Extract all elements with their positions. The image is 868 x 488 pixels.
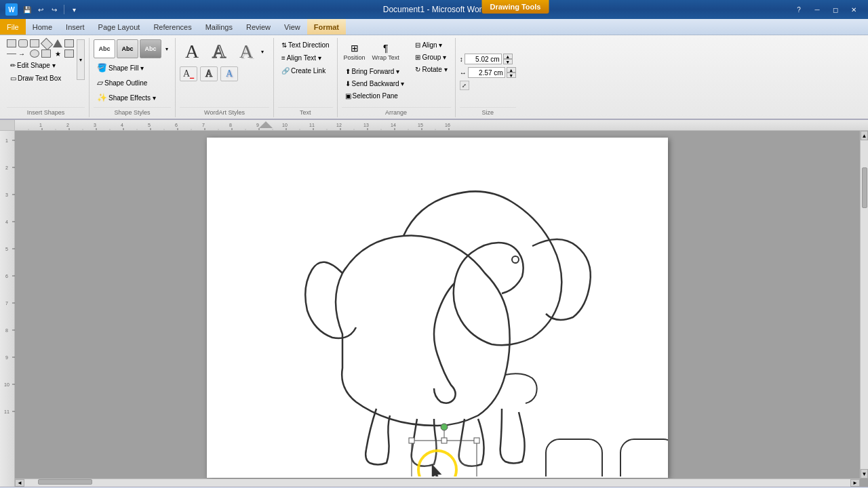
- menu-format[interactable]: Format: [307, 19, 346, 35]
- size-expand-button[interactable]: ⤢: [460, 81, 469, 90]
- width-input[interactable]: [468, 67, 505, 78]
- bring-forward-icon: ⬆: [345, 68, 351, 75]
- shape-fill-button[interactable]: 🪣 Shape Fill ▾: [94, 61, 171, 75]
- wrap-text-button[interactable]: ¶ Wrap Text: [370, 39, 401, 64]
- scroll-down-button[interactable]: ▼: [861, 469, 868, 479]
- svg-text:15: 15: [418, 123, 423, 127]
- svg-text:12: 12: [336, 123, 342, 127]
- shape-arrow[interactable]: →: [18, 49, 28, 58]
- shape-style-2[interactable]: Abc: [117, 39, 138, 58]
- svg-text:10: 10: [282, 123, 288, 127]
- scroll-left-button[interactable]: ◄: [15, 479, 24, 487]
- selection-pane-button[interactable]: ▣ Selection Pane: [342, 90, 408, 102]
- align-text-button[interactable]: ≡ Align Text ▾: [278, 52, 325, 64]
- svg-rect-73: [546, 439, 602, 476]
- svg-text:11: 11: [309, 123, 315, 127]
- shape-outline-button[interactable]: ▱ Shape Outline: [94, 76, 171, 89]
- shape-effects-button[interactable]: ✨ Shape Effects ▾: [94, 91, 171, 104]
- shape-style-3[interactable]: Abc: [140, 39, 161, 58]
- wordart-expand[interactable]: ▾: [261, 39, 269, 64]
- restore-button[interactable]: ◻: [827, 2, 844, 17]
- menu-view[interactable]: View: [277, 19, 307, 35]
- svg-text:1: 1: [39, 123, 42, 127]
- insert-shapes-label: Insert Shapes: [7, 107, 85, 116]
- menu-file[interactable]: File: [0, 19, 26, 35]
- text-outline-button[interactable]: A: [200, 66, 218, 81]
- wordart-style-1[interactable]: A: [180, 41, 204, 62]
- text-fill-button[interactable]: A▁: [180, 66, 197, 81]
- create-link-icon: 🔗: [281, 67, 290, 75]
- svg-text:4: 4: [5, 220, 8, 224]
- scroll-right-button[interactable]: ►: [850, 479, 860, 487]
- scroll-up-button[interactable]: ▲: [861, 131, 868, 140]
- shape-curve[interactable]: [30, 49, 39, 58]
- svg-text:8: 8: [229, 123, 232, 127]
- window-title: Document1 - Microsoft Word: [83, 5, 786, 14]
- document-area: 1 2 3 4 5 6 7 8 9 10 11: [0, 120, 868, 487]
- undo-button[interactable]: ↩: [35, 4, 46, 15]
- draw-text-box-button[interactable]: ▭ Draw Text Box: [7, 73, 75, 84]
- shape-diamond[interactable]: [41, 38, 53, 50]
- customize-button[interactable]: ▾: [68, 4, 79, 15]
- height-input[interactable]: [465, 54, 502, 64]
- wordart-style-3[interactable]: A: [234, 41, 258, 62]
- text-box-icon: ▭: [10, 75, 16, 82]
- arrange-group-label: Arrange: [342, 107, 451, 116]
- menu-review[interactable]: Review: [239, 19, 277, 35]
- height-spin-down[interactable]: ▼: [503, 59, 513, 64]
- size-group: ↕ ▲ ▼ ↔ ▲ ▼ ⤢: [456, 38, 520, 117]
- drawing-canvas[interactable]: [207, 138, 668, 476]
- edit-shape-button[interactable]: ✏ Edit Shape ▾: [7, 60, 75, 71]
- ruler-corner: [0, 120, 15, 131]
- help-button[interactable]: ?: [790, 2, 808, 17]
- scroll-thumb-horizontal[interactable]: [38, 479, 92, 485]
- shape-line[interactable]: [7, 49, 16, 58]
- height-spin-up[interactable]: ▲: [503, 54, 513, 59]
- svg-rect-78: [441, 438, 447, 443]
- rotate-button[interactable]: ↻ Rotate ▾: [412, 64, 450, 75]
- menu-mailings[interactable]: Mailings: [199, 19, 239, 35]
- save-button[interactable]: 💾: [22, 4, 33, 15]
- svg-rect-79: [474, 438, 479, 443]
- horizontal-scrollbar[interactable]: ◄ ►: [15, 479, 860, 487]
- shape-style-1[interactable]: Abc: [94, 39, 115, 58]
- text-direction-button[interactable]: ⇅ Text Direction: [278, 39, 333, 51]
- minimize-button[interactable]: ─: [808, 2, 826, 17]
- size-group-label: Size: [460, 107, 516, 116]
- width-spin-up[interactable]: ▲: [507, 67, 516, 73]
- arrange-group: ⊞ Position ¶ Wrap Text: [338, 38, 456, 117]
- scroll-thumb-vertical[interactable]: [862, 167, 867, 208]
- svg-text:6: 6: [175, 123, 178, 127]
- menu-home[interactable]: Home: [26, 19, 59, 35]
- align-button[interactable]: ⊟ Align ▾: [412, 39, 450, 51]
- vertical-scrollbar[interactable]: ▲ ▼: [860, 131, 868, 479]
- svg-text:14: 14: [391, 123, 396, 127]
- wordart-style-2[interactable]: A: [207, 41, 231, 62]
- menu-page-layout[interactable]: Page Layout: [92, 19, 147, 35]
- shape-more[interactable]: [64, 49, 74, 58]
- shape-rounded[interactable]: [18, 39, 28, 47]
- shape-tri[interactable]: [53, 39, 62, 47]
- width-spin-down[interactable]: ▼: [507, 73, 516, 78]
- shape-star[interactable]: ★: [53, 49, 62, 58]
- text-effects-button[interactable]: A: [220, 66, 238, 81]
- svg-text:16: 16: [445, 123, 450, 127]
- shape-styles-expand[interactable]: ▾: [163, 39, 171, 58]
- shape-connector[interactable]: [41, 49, 51, 58]
- send-backward-button[interactable]: ⬇ Send Backward ▾: [342, 78, 408, 89]
- close-button[interactable]: ✕: [845, 2, 863, 17]
- svg-marker-48: [259, 121, 273, 128]
- group-button[interactable]: ⊞ Group ▾: [412, 52, 450, 63]
- shapes-expand-button[interactable]: ▾: [77, 39, 85, 80]
- shape-para[interactable]: [64, 39, 74, 47]
- page-canvas[interactable]: [15, 131, 860, 479]
- create-link-button[interactable]: 🔗 Create Link: [278, 65, 329, 77]
- redo-button[interactable]: ↪: [49, 4, 60, 15]
- shape-rect[interactable]: [7, 39, 16, 47]
- shape-rect2[interactable]: [30, 39, 39, 47]
- group-icon: ⊞: [415, 54, 420, 61]
- menu-insert[interactable]: Insert: [59, 19, 92, 35]
- position-button[interactable]: ⊞ Position: [342, 39, 368, 64]
- menu-references[interactable]: References: [146, 19, 198, 35]
- bring-forward-button[interactable]: ⬆ Bring Forward ▾: [342, 66, 408, 77]
